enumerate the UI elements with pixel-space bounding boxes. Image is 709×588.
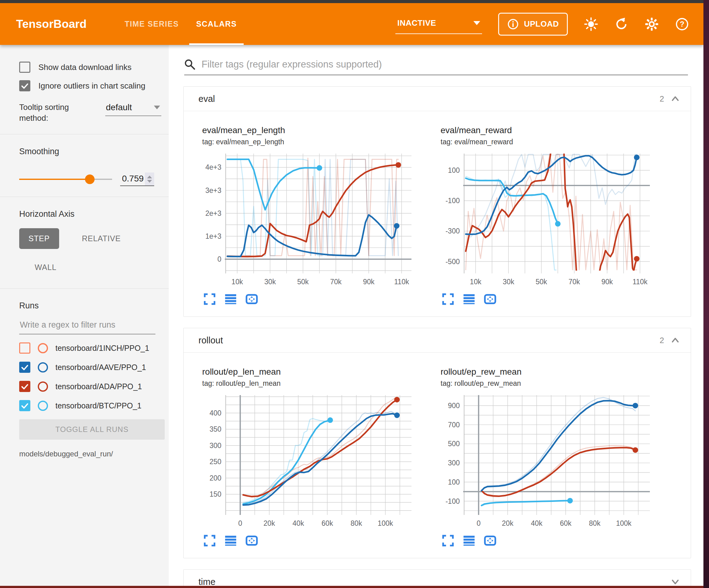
series-end-dot[interactable] (567, 498, 573, 504)
fit-domain-icon[interactable] (245, 534, 258, 547)
svg-text:-100: -100 (446, 497, 460, 505)
desktop-right-edge (703, 0, 709, 588)
app-header: TensorBoard TIME SERIES SCALARS INACTIVE… (0, 3, 703, 45)
chart-plot[interactable]: 020k40k60k80k100k150200250300350400 (197, 391, 414, 531)
run-status-dropdown[interactable]: INACTIVE (395, 14, 482, 34)
series-end-dot[interactable] (396, 162, 401, 168)
section-header-rollout[interactable]: rollout 2 (184, 328, 691, 352)
series-end-dot[interactable] (632, 403, 638, 408)
section-badge-time (670, 577, 680, 586)
check-icon (20, 81, 29, 91)
ignore-outliers-row[interactable]: Ignore outliers in chart scaling (19, 80, 162, 91)
series-end-dot[interactable] (317, 165, 322, 171)
run-row[interactable]: tensorboard/BTC/PPO_1 (19, 400, 162, 411)
tooltip-sorting-select[interactable]: default (105, 102, 161, 116)
chart-plot[interactable]: 10k30k50k70k90k110k01e+32e+33e+34e+3 (197, 149, 414, 289)
series-end-dot[interactable] (327, 417, 333, 423)
chart-title: eval/mean_ep_length (202, 125, 426, 135)
axis-wall-button[interactable]: WALL (25, 257, 65, 278)
smoothing-stepper[interactable] (145, 173, 154, 185)
series-end-dot[interactable] (394, 412, 400, 418)
data-table-icon[interactable] (225, 534, 237, 547)
runs-filter-input[interactable] (19, 320, 157, 330)
series-end-dot[interactable] (632, 447, 638, 453)
desktop-bottom-edge (0, 586, 703, 588)
run-checkbox[interactable] (19, 362, 30, 373)
svg-text:90k: 90k (601, 278, 613, 286)
fit-domain-icon[interactable] (245, 293, 258, 305)
run-row[interactable]: tensorboard/AAVE/PPO_1 (19, 362, 162, 373)
series-end-dot[interactable] (394, 223, 399, 229)
series-tensorboard-btc-ppo-1-raw- (466, 177, 556, 270)
run-status-label: INACTIVE (397, 18, 436, 28)
chart-plot[interactable]: 020k40k60k80k100k-100100300500700900 (436, 391, 652, 531)
run-checkbox[interactable] (19, 342, 30, 354)
run-row[interactable]: tensorboard/ADA/PPO_1 (19, 381, 162, 392)
smoothing-slider[interactable] (19, 179, 112, 180)
run-label: tensorboard/ADA/PPO_1 (55, 382, 142, 391)
smoothing-controls: 0.759 (19, 173, 162, 186)
axis-step-button[interactable]: STEP (19, 228, 59, 249)
data-table-icon[interactable] (463, 293, 475, 305)
tab-scalars[interactable]: SCALARS (187, 3, 245, 45)
smoothing-label: Smoothing (19, 147, 162, 156)
axis-relative-button[interactable]: RELATIVE (73, 228, 130, 249)
chart-tag: tag: eval/mean_ep_length (202, 138, 426, 146)
chart-card: eval/mean_ep_lengthtag: eval/mean_ep_len… (197, 125, 426, 314)
fullscreen-icon[interactable] (203, 534, 216, 547)
chevron-up-icon[interactable] (670, 335, 680, 345)
series-end-dot[interactable] (555, 221, 561, 227)
svg-text:60k: 60k (560, 519, 572, 527)
svg-text:70k: 70k (569, 278, 580, 286)
run-color-ring[interactable] (38, 343, 48, 353)
stepper-down-icon[interactable] (147, 180, 152, 183)
runs-title: Runs (19, 301, 162, 311)
series-end-dot[interactable] (634, 154, 640, 160)
ignore-outliers-label: Ignore outliers in chart scaling (38, 81, 145, 91)
desktop-top-edge (0, 0, 709, 3)
run-checkbox[interactable] (19, 400, 30, 411)
series-end-dot[interactable] (394, 397, 400, 403)
help-icon[interactable]: ? (675, 17, 689, 31)
run-row[interactable]: tensorboard/1INCH/PPO_1 (19, 342, 162, 354)
show-download-links-row[interactable]: Show data download links (19, 61, 162, 73)
fullscreen-icon[interactable] (442, 293, 454, 305)
tab-time-series[interactable]: TIME SERIES (116, 3, 188, 45)
run-checkbox[interactable] (19, 381, 30, 392)
series-tensorboard-ada-ppo-1-smoothed- (243, 400, 397, 497)
smoothing-value-input[interactable]: 0.759 (120, 173, 154, 186)
runs-list: tensorboard/1INCH/PPO_1tensorboard/AAVE/… (19, 342, 162, 411)
chevron-down-icon[interactable] (670, 577, 680, 586)
run-color-ring[interactable] (38, 381, 48, 392)
smoothing-slider-knob[interactable] (85, 175, 95, 184)
refresh-icon[interactable] (614, 17, 629, 31)
data-table-icon[interactable] (463, 534, 475, 547)
run-color-ring[interactable] (38, 401, 48, 411)
fullscreen-icon[interactable] (203, 293, 216, 305)
fullscreen-icon[interactable] (442, 534, 454, 547)
fit-domain-icon[interactable] (484, 293, 496, 305)
svg-text:40k: 40k (293, 519, 304, 527)
stepper-up-icon[interactable] (147, 176, 152, 178)
toggle-all-runs-button[interactable]: TOGGLE ALL RUNS (19, 419, 165, 440)
upload-button[interactable]: UPLOAD (498, 13, 568, 35)
section-header-time[interactable]: time (184, 570, 691, 586)
ignore-outliers-checkbox[interactable] (19, 80, 30, 91)
section-count: 2 (660, 94, 664, 104)
chevron-up-icon[interactable] (670, 94, 680, 104)
data-table-icon[interactable] (225, 293, 237, 305)
section-count: 2 (660, 336, 664, 345)
tag-filter-input[interactable] (201, 58, 688, 70)
show-download-links-checkbox[interactable] (19, 61, 30, 73)
series-end-dot[interactable] (634, 256, 640, 262)
settings-gear-icon[interactable] (645, 17, 659, 31)
chart-plot[interactable]: 10k30k50k70k90k110k100-100-300-500 (436, 149, 652, 289)
section-header-eval[interactable]: eval 2 (184, 87, 691, 111)
svg-text:-300: -300 (446, 227, 460, 235)
check-icon (20, 401, 29, 410)
run-color-ring[interactable] (38, 362, 48, 373)
fit-domain-icon[interactable] (484, 534, 496, 547)
brightness-icon[interactable] (584, 17, 598, 31)
svg-text:300: 300 (210, 441, 221, 450)
svg-text:100: 100 (448, 478, 460, 486)
